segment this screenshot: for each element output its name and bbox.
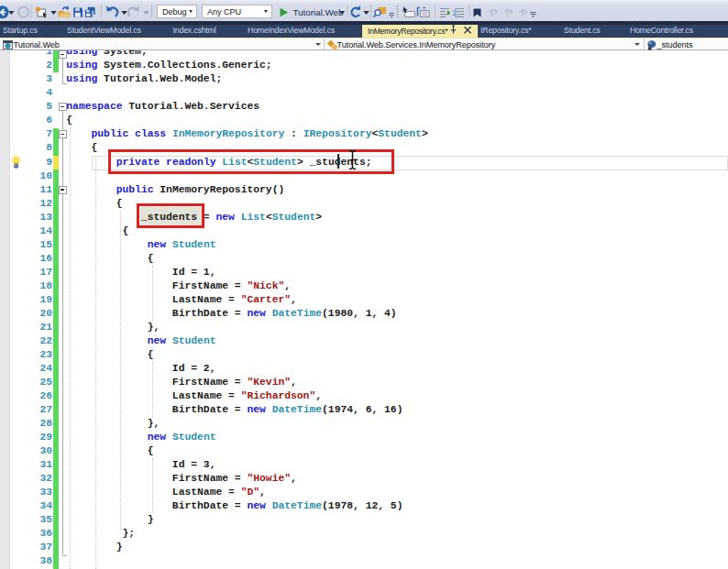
svg-text:Tutorial.Web: Tutorial.Web: [293, 7, 345, 17]
svg-text:2: 2: [453, 8, 458, 17]
